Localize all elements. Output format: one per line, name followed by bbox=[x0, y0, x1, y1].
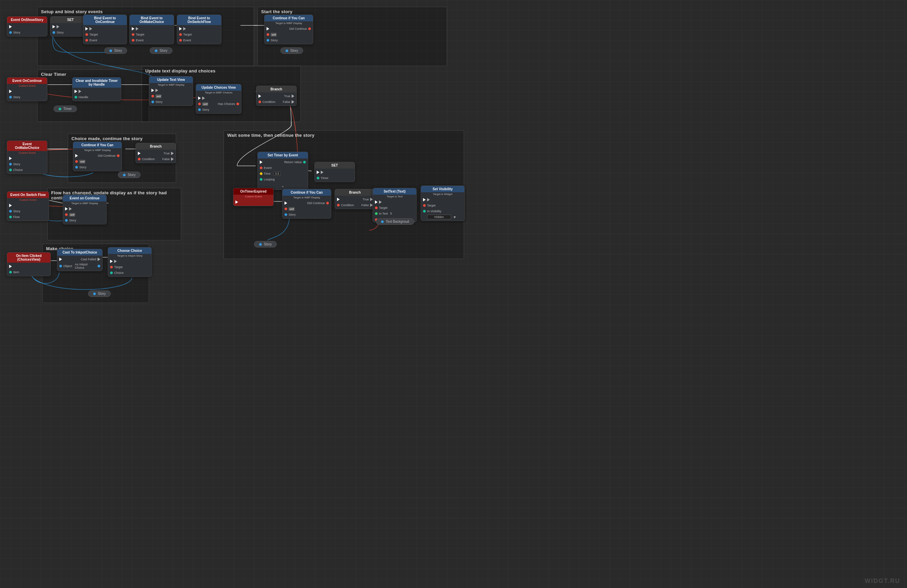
cond-label-branch-wait: Condition bbox=[341, 203, 354, 207]
group-label-update: Update text display and choices bbox=[145, 69, 215, 74]
timer-label-set-handle: Timer bbox=[321, 176, 329, 180]
time-label-set-timer: Time bbox=[264, 172, 271, 175]
story-pin-upd-ch bbox=[198, 108, 201, 111]
pill-story-choice-sect[interactable]: Story bbox=[118, 172, 141, 178]
exec-in-cont-ch bbox=[75, 154, 78, 157]
exec-out-item-clicked bbox=[9, 265, 12, 268]
target-label-bind-flow: Target bbox=[183, 33, 192, 36]
node-event-on-switch-flow[interactable]: Event On Switch Flow Custom Event Story … bbox=[7, 191, 49, 221]
pill-story-start[interactable]: Story bbox=[280, 47, 303, 54]
exec-in-cont-flow bbox=[65, 207, 68, 211]
node-header-timer-expired: OnTimerExpired bbox=[233, 188, 273, 195]
node-set-visibility[interactable]: Set Visibility Target is Widget Target I… bbox=[421, 185, 465, 221]
custom-event-label-cont: Custom Event bbox=[7, 84, 47, 88]
cond-pin-branch-cm bbox=[138, 158, 141, 160]
node-event-on-continue-flow[interactable]: Event on Continue Target is WBP Display … bbox=[62, 195, 107, 224]
text-bg-label: Text Backgroud bbox=[386, 220, 409, 224]
node-event-on-make-choice[interactable]: Event OnMakeChoice Custom Event Story Ch… bbox=[7, 141, 47, 174]
flow-label-switch-flow: Flow bbox=[13, 215, 20, 219]
looping-label-set-timer: Looping bbox=[264, 178, 275, 181]
node-event-on-show-story[interactable]: Event OnShowStory Story bbox=[7, 16, 47, 37]
text-background-pill[interactable]: Text Backgroud bbox=[376, 218, 414, 225]
group-label-choice: Choice made, continue the story bbox=[72, 136, 143, 141]
exec-out-set-handle bbox=[321, 171, 324, 174]
node-header-cast-inkpot: Cast To InkpotChoice bbox=[57, 249, 102, 256]
exec-in-set bbox=[53, 25, 55, 29]
node-event-on-continue[interactable]: Event OnContinue Custom Event Story bbox=[7, 77, 47, 101]
node-branch-wait[interactable]: Branch True Condition False bbox=[335, 189, 375, 209]
node-bind-on-make-choice[interactable]: Bind Event to OnMakeChoice Target Event bbox=[129, 14, 174, 44]
pill-story-setup1[interactable]: Story bbox=[104, 47, 127, 54]
node-update-choices-view[interactable]: Update Choices View Target is WBP Choice… bbox=[196, 84, 242, 114]
group-label-clear: Clear Timer bbox=[41, 72, 66, 77]
exec-in-cast bbox=[59, 257, 62, 261]
exec-in-cont-start bbox=[266, 27, 269, 30]
exec-out-choose bbox=[114, 260, 117, 263]
story-label-cont-wait: Story bbox=[288, 213, 296, 216]
event-label-bind-flow: Event bbox=[183, 38, 191, 42]
cond-label-branch-cm: Condition bbox=[142, 157, 155, 161]
in-vis-pin-set-vis bbox=[423, 210, 426, 213]
exec-out-timer-exp bbox=[236, 200, 238, 204]
pill-pin-timer bbox=[59, 108, 61, 110]
dropdown-arrow-vis[interactable]: ▼ bbox=[453, 215, 457, 219]
story-pin bbox=[9, 31, 12, 34]
node-continue-wait[interactable]: Continue if You Can Target is WBP Displa… bbox=[282, 189, 331, 219]
node-header-cont-choice: Continue if You Can bbox=[73, 142, 122, 148]
node-set-timer-handle[interactable]: SET Timer bbox=[314, 162, 355, 182]
pill-label-timer: Timer bbox=[63, 107, 72, 111]
pill-story-make-choice[interactable]: Story bbox=[88, 291, 111, 297]
node-continue-if-you-can-start[interactable]: Continue if You Can Target is WBP Displa… bbox=[264, 14, 313, 44]
target-pin-set-vis bbox=[423, 204, 426, 207]
group-label-wait: Wait some time, then continue the story bbox=[227, 133, 315, 138]
node-branch-choices[interactable]: Branch True Condition False bbox=[256, 86, 297, 106]
node-bind-on-continue[interactable]: Bind Event to OnContinue Target Event bbox=[83, 14, 127, 44]
hidden-val[interactable]: Hidden bbox=[427, 215, 451, 219]
pill-pin-make-choice bbox=[93, 292, 96, 295]
target-pin-bind-flow bbox=[179, 33, 182, 36]
pill-pin-setup1 bbox=[109, 50, 112, 52]
node-header-update-text: Update Text View bbox=[149, 77, 193, 83]
group-label-setup: Setup and bind story events bbox=[41, 9, 103, 14]
pill-story-wait-sect[interactable]: Story bbox=[254, 241, 277, 248]
node-set-timer[interactable]: Set Timer by Event Return Value Event Ti… bbox=[257, 152, 308, 190]
as-inkpot-label: As Inkpot Choice bbox=[75, 263, 96, 270]
node-bind-on-switch-flow[interactable]: Bind Event to OnSwitchFlow Target Event bbox=[177, 14, 221, 44]
in-text-val: ft bbox=[390, 212, 392, 215]
target-pin-choose bbox=[110, 266, 113, 268]
node-set-text[interactable]: SetText (Text) Target is Text Target In … bbox=[373, 188, 417, 222]
node-header-choose-choice: Choose Choice bbox=[108, 248, 151, 254]
story-label: Story bbox=[13, 31, 20, 34]
node-header-update-choices: Update Choices View bbox=[196, 84, 241, 91]
pill-story-setup2[interactable]: Story bbox=[150, 47, 172, 54]
choice-label-choose: Choice bbox=[114, 271, 123, 275]
exec-in-bind-cont bbox=[85, 27, 88, 30]
node-on-timer-expired[interactable]: OnTimerExpired Custom Event bbox=[233, 188, 274, 206]
node-choose-choice[interactable]: Choose Choice Target is Inkpot Story Tar… bbox=[108, 247, 152, 277]
node-header-on-switch-flow: Event On Switch Flow bbox=[7, 192, 49, 198]
exec-out-bind-cont bbox=[90, 27, 92, 30]
cond-label-branch-ch: Condition bbox=[263, 100, 276, 104]
node-update-text-view[interactable]: Update Text View Target is WBP Display s… bbox=[149, 76, 193, 106]
custom-event-label-timer: Custom Event bbox=[233, 195, 273, 198]
pill-label-choice-sect: Story bbox=[128, 173, 135, 177]
node-branch-choice-made[interactable]: Branch True Condition False bbox=[135, 143, 176, 163]
node-header-on-show-story: Event OnShowStory bbox=[7, 17, 47, 23]
pill-label-start: Story bbox=[290, 49, 298, 53]
pill-pin-start bbox=[285, 50, 288, 52]
exec-in-branch-cm bbox=[138, 152, 141, 155]
self-tag-cont-ch: self bbox=[79, 160, 85, 163]
pill-timer[interactable]: Timer bbox=[53, 105, 77, 112]
story-pin-switch-flow bbox=[9, 210, 12, 213]
false-label-branch-ch: False bbox=[283, 100, 290, 104]
has-choices-pin bbox=[236, 102, 239, 105]
node-continue-choice[interactable]: Continue if You Can Target is WBP Displa… bbox=[73, 142, 122, 171]
exec-out-switch-flow bbox=[9, 204, 12, 207]
story-pin-cont-start bbox=[266, 39, 269, 42]
node-on-item-clicked[interactable]: On Item Clicked (ChoicesView) Item bbox=[7, 252, 51, 276]
node-cast-to-inkpot[interactable]: Cast To InkpotChoice Cast Failed Object … bbox=[57, 249, 103, 271]
target-label-set-text: Target bbox=[379, 206, 388, 209]
node-clear-timer[interactable]: Clear and Invalidate Timer by Handle Han… bbox=[72, 77, 121, 101]
false-pin-branch-ch bbox=[292, 100, 294, 104]
true-pin-branch-cm bbox=[171, 152, 174, 155]
